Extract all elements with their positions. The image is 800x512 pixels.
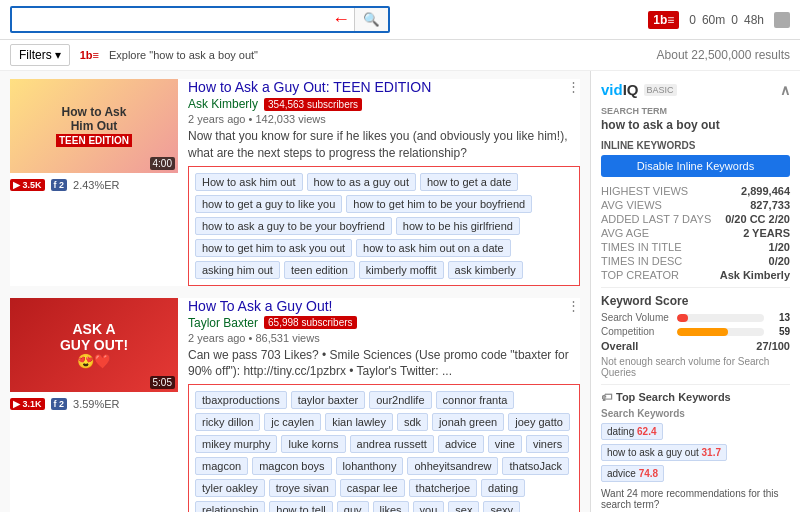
search-input[interactable]: how to ask a boy out: [12, 8, 328, 31]
vidiq-logo: vidIQ: [601, 81, 639, 98]
kw-tag[interactable]: magcon: [195, 457, 248, 475]
video-info-1: How to Ask a Guy Out: TEEN EDITION ⋮ Ask…: [188, 79, 580, 286]
more-options-1[interactable]: ⋮: [567, 79, 580, 95]
stat-val: 2 YEARS: [743, 227, 790, 239]
kw-tag[interactable]: ask kimberly: [448, 261, 523, 279]
kw-tag[interactable]: taylor baxter: [291, 391, 366, 409]
kw-tag[interactable]: how to tell: [269, 501, 333, 512]
header-icon1[interactable]: [774, 12, 790, 28]
search-button[interactable]: 🔍: [354, 8, 388, 31]
kw-tag[interactable]: lohanthony: [336, 457, 404, 475]
kw-tag[interactable]: jc caylen: [264, 413, 321, 431]
kw-tag[interactable]: how to ask a guy to be your boyfriend: [195, 217, 392, 235]
kw-tag[interactable]: how to as a guy out: [307, 173, 416, 191]
tags-icon: 🏷: [601, 391, 612, 403]
filters-button[interactable]: Filters ▾: [10, 44, 70, 66]
kw-tag[interactable]: andrea russett: [350, 435, 434, 453]
score-row-volume: Search Volume 13: [601, 312, 790, 323]
overall-val: 27/100: [756, 340, 790, 352]
video-title-2[interactable]: How To Ask a Guy Out!: [188, 298, 332, 314]
content-area: How to AskHim OutTEEN EDITION 4:00 ▶ 3.5…: [0, 71, 590, 512]
vidiq-vid: vid: [601, 81, 623, 98]
video-item: How to AskHim OutTEEN EDITION 4:00 ▶ 3.5…: [10, 79, 580, 286]
stat-avg-age: AVG AGE 2 YEARS: [601, 227, 790, 239]
keywords-box-2: tbaxproductions taylor baxter our2ndlife…: [188, 384, 580, 512]
kw-tag[interactable]: magcon boys: [252, 457, 331, 475]
divider: [601, 287, 790, 288]
stat-label: AVG AGE: [601, 227, 649, 239]
yt-icon-2: ▶ 3.1K: [10, 398, 45, 410]
vidiq-iq: IQ: [623, 81, 639, 98]
kw-tag[interactable]: tyler oakley: [195, 479, 265, 497]
kw-tag[interactable]: sex: [448, 501, 479, 512]
channel-name-1[interactable]: Ask Kimberly: [188, 97, 258, 111]
stat-label: TIMES IN DESC: [601, 255, 682, 267]
kw-tag[interactable]: you: [413, 501, 445, 512]
channel-name-2[interactable]: Taylor Baxter: [188, 316, 258, 330]
kw-tag[interactable]: vine: [488, 435, 522, 453]
yt-icon-1: ▶ 3.5K: [10, 179, 45, 191]
kw-tag[interactable]: relationship: [195, 501, 265, 512]
kw-tag[interactable]: How to ask him out: [195, 173, 303, 191]
score-competition-bar: [677, 328, 728, 336]
thumb2-text: ASK AGUY OUT!😍❤️: [60, 321, 128, 369]
kw-tag[interactable]: connor franta: [436, 391, 515, 409]
kw-tag[interactable]: ohheyitsandrew: [407, 457, 498, 475]
kw-tag[interactable]: troye sivan: [269, 479, 336, 497]
stat-label: ADDED LAST 7 DAYS: [601, 213, 711, 225]
collapse-button[interactable]: ∧: [780, 82, 790, 98]
kw-tag[interactable]: teen edition: [284, 261, 355, 279]
kw-tag[interactable]: joey gatto: [508, 413, 570, 431]
stat-avg-views: AVG VIEWS 827,733: [601, 199, 790, 211]
kw-tag[interactable]: how to get a date: [420, 173, 518, 191]
kw-tag[interactable]: how to get a guy to like you: [195, 195, 342, 213]
skw-tag-how-to-ask[interactable]: how to ask a guy out 31.7: [601, 444, 727, 461]
inline-kw-label: INLINE KEYWORDS: [601, 140, 790, 151]
chevron-down-icon: ▾: [55, 48, 61, 62]
kw-tag[interactable]: our2ndlife: [369, 391, 431, 409]
stat-label: TIMES IN TITLE: [601, 241, 681, 253]
kw-tag[interactable]: viners: [526, 435, 569, 453]
kw-tag[interactable]: advice: [438, 435, 484, 453]
sidebar-header: vidIQ BASIC ∧: [601, 81, 790, 98]
video-item: ASK AGUY OUT!😍❤️ 5:05 ▶ 3.1K f 2 3.59%ER…: [10, 298, 580, 512]
sidebar: vidIQ BASIC ∧ SEARCH TERM how to ask a b…: [590, 71, 800, 512]
stat-val: 1/20: [769, 241, 790, 253]
more-options-2[interactable]: ⋮: [567, 298, 580, 314]
explore-badge: 1b≡: [80, 49, 99, 61]
keywords-box-1: How to ask him out how to as a guy out h…: [188, 166, 580, 286]
kw-tag[interactable]: asking him out: [195, 261, 280, 279]
skw-tag-dating[interactable]: dating 62.4: [601, 423, 663, 440]
kw-tag[interactable]: how to get him to be your boyfriend: [346, 195, 532, 213]
video-title-1[interactable]: How to Ask a Guy Out: TEEN EDITION: [188, 79, 431, 95]
skw-tag-advice[interactable]: advice 74.8: [601, 465, 664, 482]
kw-tag[interactable]: how to get him to ask you out: [195, 239, 352, 257]
kw-tag[interactable]: kian lawley: [325, 413, 393, 431]
kw-tag[interactable]: tbaxproductions: [195, 391, 287, 409]
kw-tag[interactable]: jonah green: [432, 413, 504, 431]
search-keywords-section-label: Search Keywords: [601, 408, 790, 419]
kw-tag[interactable]: kimberly moffit: [359, 261, 444, 279]
kw-tag[interactable]: how to ask him out on a date: [356, 239, 511, 257]
kw-tag[interactable]: sdk: [397, 413, 428, 431]
channel-row-2: Taylor Baxter 65,998 subscribers: [188, 316, 580, 330]
kw-tag[interactable]: mikey murphy: [195, 435, 277, 453]
disable-inline-keywords-button[interactable]: Disable Inline Keywords: [601, 155, 790, 177]
duration-2: 5:05: [150, 376, 175, 389]
kw-tag[interactable]: caspar lee: [340, 479, 405, 497]
kw-tag[interactable]: ricky dillon: [195, 413, 260, 431]
top-search-label: Top Search Keywords: [616, 391, 731, 403]
kw-tag[interactable]: thatcherjoe: [409, 479, 477, 497]
stat-val: 0/20 CC 2/20: [725, 213, 790, 225]
kw-tag[interactable]: dating: [481, 479, 525, 497]
kw-tag[interactable]: how to be his girlfriend: [396, 217, 520, 235]
kw-tag[interactable]: guy: [337, 501, 369, 512]
kw-tag[interactable]: likes: [373, 501, 409, 512]
kw-tag[interactable]: thatsoJack: [502, 457, 569, 475]
video-info-2: How To Ask a Guy Out! ⋮ Taylor Baxter 65…: [188, 298, 580, 512]
er-tag-1: 2.43%ER: [73, 179, 119, 191]
skw-num: 62.4: [637, 426, 656, 437]
explore-text: Explore "how to ask a boy out": [109, 49, 258, 61]
kw-tag[interactable]: sexy: [483, 501, 520, 512]
kw-tag[interactable]: luke korns: [281, 435, 345, 453]
